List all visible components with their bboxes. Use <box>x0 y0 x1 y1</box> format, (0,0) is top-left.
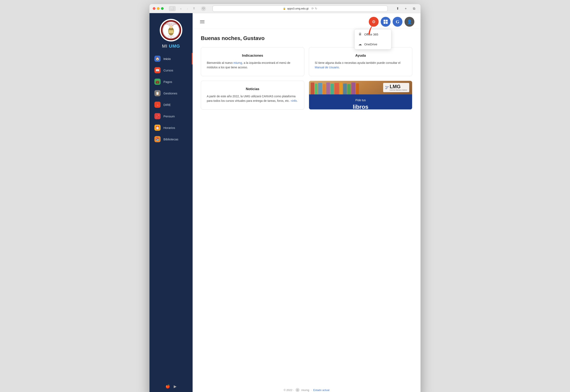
sidebar-brand: MI UMG <box>162 43 180 49</box>
user-button[interactable]: 👤 <box>404 17 414 27</box>
bird-icon: 🕊 <box>385 85 389 90</box>
page-content: Buenas noches, Gustavo Indicaciones Bien… <box>193 29 421 384</box>
sidebar-item-gestiones[interactable]: 📋 Gestiones <box>149 87 193 99</box>
svg-text:1966: 1966 <box>170 37 172 38</box>
card-indicaciones-body: Bienvenido al nuevo miumg, a la izquierd… <box>207 61 298 70</box>
google-button[interactable]: G <box>393 17 402 27</box>
sidebar-toggle-button[interactable]: ⬜ <box>169 6 176 11</box>
bibliotecas-icon: 📚 <box>154 136 161 142</box>
translate-icon: ⟳ <box>312 7 314 10</box>
sidebar-label-gestiones: Gestiones <box>163 92 177 95</box>
titlebar-controls: ⬜ <box>169 6 176 11</box>
inicio-icon: 🏠 <box>154 56 161 62</box>
svg-text:UNIVERSIDAD MARIANO: UNIVERSIDAD MARIANO <box>163 23 179 25</box>
app-layout: UNIVERSIDAD MARIANO GÁLVEZ GUATEMALA 196… <box>149 13 421 392</box>
libros-text: libros <box>353 104 368 109</box>
grid-button[interactable]: ⠿ <box>191 6 197 11</box>
sidebar-item-bibliotecas[interactable]: 📚 Bibliotecas <box>149 133 193 145</box>
forward-button[interactable]: › <box>185 6 190 11</box>
info-link[interactable]: +info <box>291 99 297 102</box>
manual-link[interactable]: Manual de Usuario <box>315 66 339 69</box>
svg-point-6 <box>170 26 172 28</box>
lmg-logo: LMG Librería Mariano Gálvez <box>390 84 407 91</box>
onedrive-label: OneDrive <box>364 42 377 46</box>
card-ayuda-body: Sí tiene alguna duda o necesitas ayuda t… <box>315 61 406 70</box>
svg-text:GUATEMALA: GUATEMALA <box>168 36 174 37</box>
sidebar-toggle-icon: ⬜ <box>171 7 174 10</box>
hamburger-bar-2 <box>200 22 204 22</box>
footer-year: © 2022 · <box>284 389 294 392</box>
sidebar-label-horarios: Horarios <box>163 126 175 129</box>
sidebar-footer: 🍎 ▶ <box>162 381 180 392</box>
office365-icon: 🖥 <box>358 32 362 36</box>
sidebar-label-pagos: Pagos <box>163 80 172 84</box>
onedrive-icon: ☁ <box>358 42 362 46</box>
back-button[interactable]: ‹ <box>178 6 184 11</box>
hamburger-bar-1 <box>200 20 204 21</box>
sidebar-item-pensum[interactable]: 📌 Pensum <box>149 111 193 122</box>
apps-dropdown-menu: 🖥 Office 365 ☁ OneDrive <box>354 29 391 49</box>
sidebar-label-dire: DIRE <box>163 103 171 107</box>
play-icon: ▶ <box>174 384 177 389</box>
hamburger-button[interactable] <box>199 19 206 24</box>
fullscreen-button[interactable] <box>161 7 164 10</box>
ad-bottom-section: Pide tus libros en línea libreriamariano… <box>309 94 412 109</box>
url-text: apps3.umg.edu.gt <box>287 7 308 10</box>
card-ayuda: Ayuda Sí tiene alguna duda o necesitas a… <box>309 47 412 76</box>
lmg-text: LMG <box>390 84 407 89</box>
pensum-icon: 📌 <box>154 113 161 119</box>
titlebar-right-actions: ⬆ + ⧉ <box>394 6 417 12</box>
top-bar-actions: ⚙ G 👤 <box>369 17 414 27</box>
close-button[interactable] <box>153 7 156 10</box>
hamburger-bar-3 <box>200 23 204 23</box>
card-noticias: Noticias A partir de este año 2022, la U… <box>201 81 304 110</box>
cursos-icon: 📖 <box>154 67 161 73</box>
cards-grid: Indicaciones Bienvenido al nuevo miumg, … <box>201 47 412 110</box>
gestiones-icon: 📋 <box>154 90 161 96</box>
sidebar-item-horarios[interactable]: ⏰ Horarios <box>149 122 193 133</box>
card-indicaciones: Indicaciones Bienvenido al nuevo miumg, … <box>201 47 304 76</box>
google-icon: G <box>396 19 399 24</box>
brand-mi: MI <box>162 43 169 49</box>
sidebar-item-pagos[interactable]: 💼 Pagos <box>149 76 193 87</box>
sidebar-item-inicio[interactable]: 🏠 Inicio <box>149 53 193 64</box>
card-noticias-body: A partir de este año 2022, la UMG utiliz… <box>207 94 298 103</box>
user-icon: 👤 <box>407 19 412 24</box>
footer-status-link[interactable]: Estado actual <box>313 389 329 392</box>
card-advertisement[interactable]: 🕊 LMG Librería Mariano Gálvez Pide tus l… <box>309 81 412 110</box>
new-tab-button[interactable]: + <box>402 6 409 12</box>
sidebar-item-cursos[interactable]: 📖 Cursos <box>149 64 193 76</box>
share-button[interactable]: ⬆ <box>394 6 401 12</box>
sidebar: UNIVERSIDAD MARIANO GÁLVEZ GUATEMALA 196… <box>149 13 193 392</box>
page-footer: © 2022 · m miumg · Estado actual <box>193 384 421 392</box>
brand-umg: UMG <box>169 43 180 49</box>
card-indicaciones-title: Indicaciones <box>207 54 298 58</box>
office365-label: Office 365 <box>364 33 378 36</box>
horarios-icon: ⏰ <box>154 125 161 131</box>
address-bar[interactable]: 🔒 apps3.umg.edu.gt ⟳ ↻ <box>213 6 388 12</box>
refresh-icon: ↻ <box>315 7 317 10</box>
main-content: ⚙ G 👤 <box>193 13 421 392</box>
university-logo: UNIVERSIDAD MARIANO GÁLVEZ GUATEMALA 196… <box>160 19 182 42</box>
card-ayuda-title: Ayuda <box>315 54 406 58</box>
lock-icon: 🔒 <box>283 7 286 10</box>
onedrive-menu-item[interactable]: ☁ OneDrive <box>355 39 391 49</box>
svg-rect-7 <box>169 30 173 33</box>
grid-apps-button[interactable] <box>381 17 391 27</box>
tabs-button[interactable]: ⧉ <box>411 6 417 12</box>
sidebar-label-bibliotecas: Bibliotecas <box>163 138 178 141</box>
nav-buttons: ‹ › ⠿ <box>178 6 197 11</box>
sidebar-navigation: 🏠 Inicio 📖 Cursos 💼 Pagos 📋 Gestiones 🔖 <box>149 53 193 145</box>
card-noticias-title: Noticias <box>207 87 298 91</box>
traffic-lights <box>153 7 164 10</box>
titlebar: ⬜ ‹ › ⠿ 🛡 🔒 apps3.umg.edu.gt ⟳ ↻ ⬆ + ⧉ <box>149 4 421 13</box>
settings-button[interactable]: ⚙ <box>369 17 379 27</box>
sidebar-label-pensum: Pensum <box>163 114 175 118</box>
apple-icon: 🍎 <box>166 384 170 389</box>
top-bar: ⚙ G 👤 <box>193 13 421 29</box>
sidebar-item-dire[interactable]: 🔖 DIRE <box>149 99 193 111</box>
miumg-link[interactable]: miumg <box>233 61 242 64</box>
minimize-button[interactable] <box>157 7 159 10</box>
footer-logo: m <box>296 388 299 392</box>
office365-menu-item[interactable]: 🖥 Office 365 <box>355 29 391 39</box>
